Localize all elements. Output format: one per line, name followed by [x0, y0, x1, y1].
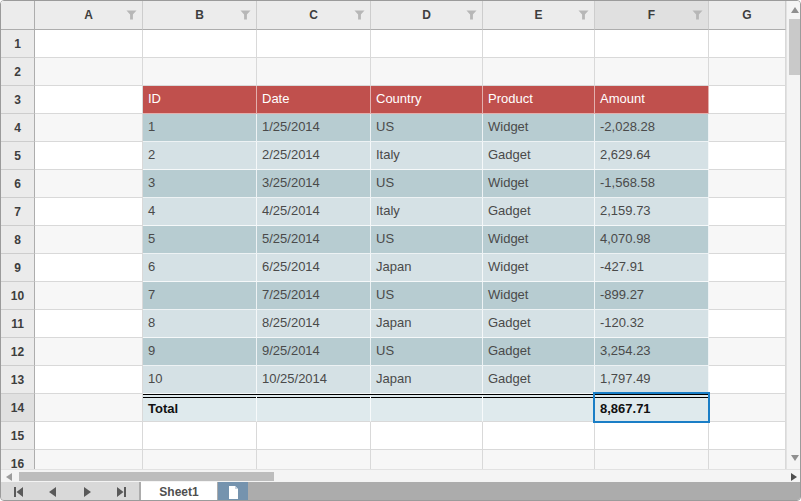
- cell-A6[interactable]: [35, 170, 143, 198]
- row-header-2[interactable]: 2: [1, 58, 35, 86]
- cell-E6[interactable]: Widget: [483, 170, 595, 198]
- cell-G16[interactable]: [709, 450, 786, 469]
- add-sheet-button[interactable]: [218, 482, 248, 501]
- cell-A8[interactable]: [35, 226, 143, 254]
- cell-A11[interactable]: [35, 310, 143, 338]
- column-header-c[interactable]: C: [257, 1, 371, 30]
- cell-C9[interactable]: 6/25/2014: [257, 254, 371, 282]
- column-header-d[interactable]: D: [371, 1, 483, 30]
- cell-G5[interactable]: [709, 142, 786, 170]
- cell-B9[interactable]: 6: [143, 254, 257, 282]
- last-sheet-icon[interactable]: [115, 485, 129, 499]
- cell-A16[interactable]: [35, 450, 143, 469]
- cell-A7[interactable]: [35, 198, 143, 226]
- column-header-a[interactable]: A: [35, 1, 143, 30]
- cell-D2[interactable]: [371, 58, 483, 86]
- row-header-1[interactable]: 1: [1, 30, 35, 58]
- cell-G11[interactable]: [709, 310, 786, 338]
- cell-E1[interactable]: [483, 30, 595, 58]
- scroll-left-icon[interactable]: [6, 473, 12, 481]
- next-sheet-icon[interactable]: [80, 485, 94, 499]
- row-header-12[interactable]: 12: [1, 338, 35, 366]
- cell-E11[interactable]: Gadget: [483, 310, 595, 338]
- cell-G6[interactable]: [709, 170, 786, 198]
- cell-E9[interactable]: Widget: [483, 254, 595, 282]
- cell-G9[interactable]: [709, 254, 786, 282]
- cell-E12[interactable]: Gadget: [483, 338, 595, 366]
- cell-G7[interactable]: [709, 198, 786, 226]
- row-header-8[interactable]: 8: [1, 226, 35, 254]
- col-e-filter-icon[interactable]: [578, 10, 589, 20]
- cell-C2[interactable]: [257, 58, 371, 86]
- cell-C7[interactable]: 4/25/2014: [257, 198, 371, 226]
- col-a-filter-icon[interactable]: [126, 10, 137, 20]
- cell-D15[interactable]: [371, 422, 483, 450]
- cell-E13[interactable]: Gadget: [483, 366, 595, 394]
- cell-A2[interactable]: [35, 58, 143, 86]
- cell-A15[interactable]: [35, 422, 143, 450]
- row-header-14[interactable]: 14: [1, 394, 35, 422]
- cell-C10[interactable]: 7/25/2014: [257, 282, 371, 310]
- column-header-e[interactable]: E: [483, 1, 595, 30]
- scroll-up-icon[interactable]: [791, 7, 799, 13]
- select-all-corner[interactable]: [1, 1, 35, 30]
- cell-B10[interactable]: 7: [143, 282, 257, 310]
- cell-A14[interactable]: [35, 394, 143, 422]
- row-header-15[interactable]: 15: [1, 422, 35, 450]
- cell-G14[interactable]: [709, 394, 786, 422]
- cell-B12[interactable]: 9: [143, 338, 257, 366]
- cell-B7[interactable]: 4: [143, 198, 257, 226]
- cell-A4[interactable]: [35, 114, 143, 142]
- cell-D8[interactable]: US: [371, 226, 483, 254]
- row-header-16[interactable]: 16: [1, 450, 35, 469]
- cell-F11[interactable]: -120.32: [595, 310, 709, 338]
- cell-F8[interactable]: 4,070.98: [595, 226, 709, 254]
- row-header-3[interactable]: 3: [1, 86, 35, 114]
- row-header-4[interactable]: 4: [1, 114, 35, 142]
- cell-D7[interactable]: Italy: [371, 198, 483, 226]
- cell-E5[interactable]: Gadget: [483, 142, 595, 170]
- cell-D1[interactable]: [371, 30, 483, 58]
- cell-C1[interactable]: [257, 30, 371, 58]
- cell-B6[interactable]: 3: [143, 170, 257, 198]
- cell-F12[interactable]: 3,254.23: [595, 338, 709, 366]
- cell-G10[interactable]: [709, 282, 786, 310]
- cell-E7[interactable]: Gadget: [483, 198, 595, 226]
- col-d-filter-icon[interactable]: [466, 10, 477, 20]
- cell-B15[interactable]: [143, 422, 257, 450]
- row-header-6[interactable]: 6: [1, 170, 35, 198]
- cell-A9[interactable]: [35, 254, 143, 282]
- cell-D9[interactable]: Japan: [371, 254, 483, 282]
- column-header-f[interactable]: F: [595, 1, 709, 30]
- cell-B8[interactable]: 5: [143, 226, 257, 254]
- row-header-5[interactable]: 5: [1, 142, 35, 170]
- column-header-g[interactable]: G: [709, 1, 786, 30]
- cell-C6[interactable]: 3/25/2014: [257, 170, 371, 198]
- cell-B2[interactable]: [143, 58, 257, 86]
- cell-B13[interactable]: 10: [143, 366, 257, 394]
- cell-D12[interactable]: US: [371, 338, 483, 366]
- cell-C4[interactable]: 1/25/2014: [257, 114, 371, 142]
- cell-B11[interactable]: 8: [143, 310, 257, 338]
- cell-G8[interactable]: [709, 226, 786, 254]
- cell-B16[interactable]: [143, 450, 257, 469]
- cell-D4[interactable]: US: [371, 114, 483, 142]
- cell-B3[interactable]: ID: [143, 86, 257, 114]
- cell-A3[interactable]: [35, 86, 143, 114]
- cell-D10[interactable]: US: [371, 282, 483, 310]
- cell-F4[interactable]: -2,028.28: [595, 114, 709, 142]
- vertical-scroll-thumb[interactable]: [789, 19, 800, 75]
- cell-E15[interactable]: [483, 422, 595, 450]
- cell-G2[interactable]: [709, 58, 786, 86]
- cell-C15[interactable]: [257, 422, 371, 450]
- cell-D5[interactable]: Italy: [371, 142, 483, 170]
- cell-C5[interactable]: 2/25/2014: [257, 142, 371, 170]
- col-f-filter-icon[interactable]: [692, 10, 703, 20]
- cell-G15[interactable]: [709, 422, 786, 450]
- cell-G4[interactable]: [709, 114, 786, 142]
- cell-G3[interactable]: [709, 86, 786, 114]
- cell-C16[interactable]: [257, 450, 371, 469]
- cell-G13[interactable]: [709, 366, 786, 394]
- cell-A12[interactable]: [35, 338, 143, 366]
- cell-F6[interactable]: -1,568.58: [595, 170, 709, 198]
